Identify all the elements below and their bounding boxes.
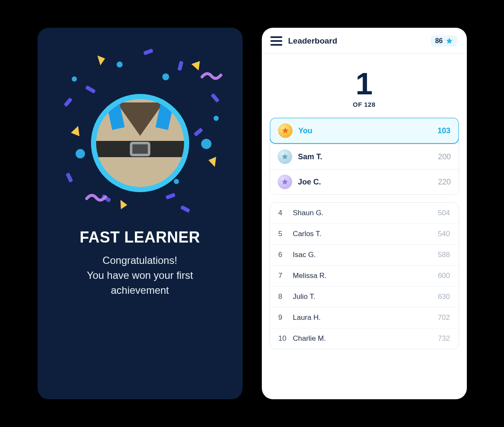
svg-point-21: [174, 179, 179, 184]
player-name: Shaun G.: [293, 209, 324, 217]
player-score: 702: [438, 313, 450, 322]
player-name: Julio T.: [293, 292, 316, 301]
leaderboard-row[interactable]: Sam T.200: [270, 144, 459, 169]
leaderboard-row[interactable]: 10Charlie M.732: [270, 328, 459, 349]
svg-rect-7: [177, 61, 183, 71]
player-score: 540: [438, 230, 450, 238]
svg-point-18: [201, 139, 211, 149]
player-score: 504: [438, 209, 450, 217]
achievement-message: Congratulations! You have won your first…: [55, 253, 226, 298]
svg-marker-2: [71, 126, 79, 136]
points-chip[interactable]: 86: [431, 35, 457, 47]
player-name: Carlos T.: [293, 230, 322, 238]
leaderboard-row-you[interactable]: You103: [270, 117, 459, 144]
player-score: 600: [438, 272, 450, 280]
player-name: You: [299, 126, 313, 135]
svg-marker-0: [97, 56, 105, 65]
medal-bronze-icon: [278, 175, 292, 189]
top3-list: You103Sam T.200Joe C.220: [270, 117, 459, 195]
leaderboard-row[interactable]: Joe C.220: [270, 169, 459, 194]
rank-position: 1: [262, 68, 467, 99]
svg-rect-9: [101, 194, 111, 202]
leaderboard-row[interactable]: 6Isac G.588: [270, 244, 459, 265]
svg-marker-3: [208, 157, 216, 167]
svg-rect-5: [143, 48, 153, 55]
leaderboard-row[interactable]: 9Laura H.702: [270, 307, 459, 328]
svg-point-19: [72, 76, 77, 82]
menu-icon[interactable]: [270, 36, 282, 46]
player-score: 588: [438, 251, 450, 259]
player-score: 630: [438, 292, 450, 301]
player-score: 200: [438, 152, 451, 161]
ranks-list: 4Shaun G.5045Carlos T.5406Isac G.5887Mel…: [270, 202, 459, 349]
leaderboard-header: Leaderboard 86: [262, 28, 467, 54]
player-name: Sam T.: [298, 152, 322, 161]
svg-rect-6: [85, 85, 96, 94]
player-rank: 9: [278, 313, 293, 322]
player-name: Charlie M.: [293, 334, 326, 343]
leaderboard-row[interactable]: 8Julio T.630: [270, 286, 459, 307]
medal-silver-icon: [278, 149, 292, 164]
leaderboard-row[interactable]: 5Carlos T.540: [270, 223, 459, 244]
svg-marker-1: [191, 61, 200, 70]
player-name: Laura H.: [293, 313, 321, 322]
player-rank: 6: [278, 251, 293, 259]
player-score: 732: [438, 334, 450, 343]
player-score: 220: [438, 178, 451, 187]
achievement-title: FAST LEARNER: [38, 228, 243, 246]
player-name: Joe C.: [298, 178, 321, 187]
achievement-badge-image: [96, 99, 184, 187]
svg-point-17: [76, 149, 85, 158]
svg-rect-10: [165, 193, 176, 199]
leaderboard-card: Leaderboard 86 1 OF 128 You103Sam T.200J…: [262, 28, 467, 399]
achievement-card: FAST LEARNER Congratulations! You have w…: [38, 28, 243, 399]
leaderboard-row[interactable]: 4Shaun G.504: [270, 203, 459, 223]
player-rank: 8: [278, 292, 293, 301]
rank-total: OF 128: [262, 101, 467, 108]
points-value: 86: [435, 37, 443, 45]
player-rank: 7: [278, 272, 293, 280]
player-score: 103: [437, 126, 450, 135]
player-name: Melissa R.: [293, 272, 327, 280]
star-icon: [445, 37, 453, 45]
svg-point-16: [162, 73, 169, 80]
achievement-message-line: You have won your first: [87, 269, 193, 281]
achievement-badge: [91, 94, 189, 192]
svg-point-20: [214, 116, 219, 121]
leaderboard-row[interactable]: 7Melissa R.600: [270, 265, 459, 286]
rank-summary: 1 OF 128: [262, 54, 467, 117]
achievement-message-line: Congratulations!: [103, 254, 177, 266]
svg-marker-4: [120, 200, 127, 209]
player-rank: 4: [278, 209, 293, 217]
player-rank: 10: [278, 334, 293, 343]
achievement-message-line: achievement: [111, 284, 169, 296]
medal-gold-icon: [278, 123, 293, 138]
confetti-decoration: [38, 28, 243, 399]
player-name: Isac G.: [293, 251, 316, 259]
svg-rect-14: [63, 97, 72, 107]
svg-rect-12: [193, 128, 203, 137]
svg-rect-13: [211, 93, 220, 103]
player-rank: 5: [278, 230, 293, 238]
page-title: Leaderboard: [288, 36, 337, 46]
svg-rect-8: [65, 173, 73, 183]
svg-point-15: [117, 61, 123, 67]
svg-rect-11: [180, 205, 190, 213]
